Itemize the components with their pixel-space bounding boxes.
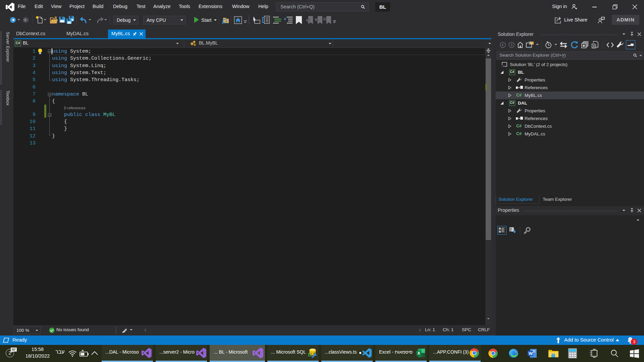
svg-text:Z: Z (510, 230, 512, 232)
svg-text:W: W (529, 351, 533, 356)
svg-text:+: + (499, 228, 500, 230)
svg-text:+: + (499, 231, 500, 233)
